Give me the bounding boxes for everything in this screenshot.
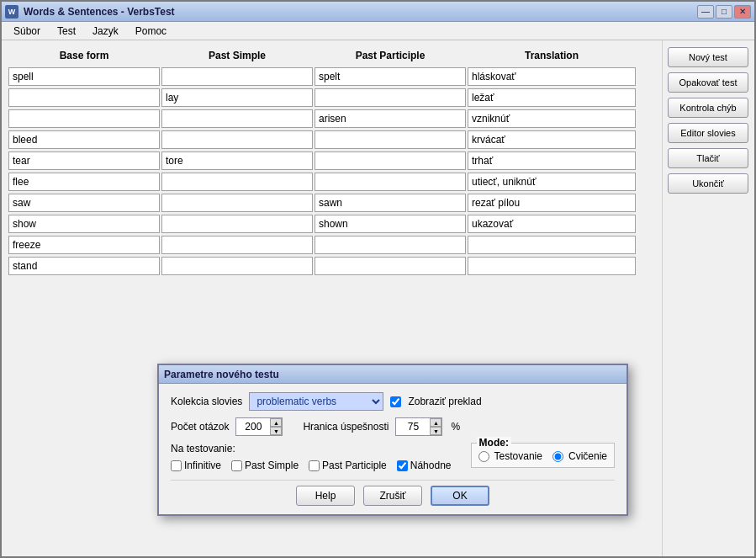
question-count-up[interactable]: ▲	[270, 418, 282, 427]
question-count-label: Počet otázok	[171, 421, 229, 433]
collection-label: Kolekcia slovies	[171, 396, 242, 407]
threshold-down[interactable]: ▼	[430, 427, 441, 435]
question-count-spinbox[interactable]: ▲ ▼	[235, 417, 283, 436]
help-button[interactable]: Help	[296, 486, 355, 506]
checkbox-past-simple: Past Simple	[231, 460, 299, 471]
mode-group: Mode: Testovanie Cvičenie	[471, 443, 615, 468]
dialog: Parametre nového testu Kolekcia slovies …	[157, 364, 628, 516]
dialog-overlay: Parametre nového testu Kolekcia slovies …	[2, 2, 754, 556]
past-participle-label: Past Participle	[322, 460, 387, 471]
threshold-input[interactable]	[396, 418, 430, 435]
dialog-buttons: Help Zrušiť OK	[171, 480, 615, 506]
nahodne-label: Náhodne	[410, 460, 452, 471]
dialog-title-bar: Parametre nového testu	[159, 365, 626, 384]
mode-cvicenie-radio[interactable]	[552, 451, 563, 462]
dialog-row-counts: Počet otázok ▲ ▼ Hranica úspešnosti ▲	[171, 417, 615, 436]
checkbox-row: Infinitive Past Simple Past Participle	[171, 460, 457, 471]
show-translation-checkbox[interactable]	[390, 396, 401, 407]
percent-label: %	[451, 421, 460, 433]
mode-testovanie: Testovanie	[478, 450, 542, 462]
ok-button[interactable]: OK	[431, 486, 489, 506]
mode-testovanie-label: Testovanie	[494, 450, 542, 462]
past-participle-checkbox[interactable]	[309, 460, 320, 471]
cancel-button[interactable]: Zrušiť	[363, 486, 422, 506]
mode-cvicenie-label: Cvičenie	[568, 450, 607, 462]
dialog-row-testing: Na testovanie: Infinitive Past Simple	[171, 443, 615, 471]
question-count-down[interactable]: ▼	[270, 427, 282, 435]
checkbox-past-participle: Past Participle	[309, 460, 387, 471]
threshold-label: Hranica úspešnosti	[303, 421, 389, 433]
past-simple-label: Past Simple	[245, 460, 299, 471]
collection-select[interactable]: problematic verbsall verbsirregular verb…	[249, 392, 383, 411]
question-count-input[interactable]	[236, 418, 270, 435]
mode-testovanie-radio[interactable]	[478, 451, 489, 462]
threshold-up[interactable]: ▲	[430, 418, 441, 427]
main-window: W Words & Sentences - VerbsTest — □ ✕ Sú…	[0, 0, 756, 558]
nahodne-checkbox[interactable]	[397, 460, 408, 471]
checkbox-nahodne: Náhodne	[397, 460, 452, 471]
threshold-spinbox[interactable]: ▲ ▼	[395, 417, 442, 436]
dialog-row-collection: Kolekcia slovies problematic verbsall ve…	[171, 392, 615, 411]
threshold-spinbox-buttons: ▲ ▼	[430, 418, 441, 435]
na-testovanie-label: Na testovanie:	[171, 443, 457, 454]
infinitive-label: Infinitive	[184, 460, 221, 471]
show-translation-label: Zobraziť preklad	[408, 396, 481, 407]
mode-label: Mode:	[477, 437, 511, 449]
question-count-spinbox-buttons: ▲ ▼	[270, 418, 282, 435]
mode-radio-row: Testovanie Cvičenie	[478, 450, 607, 462]
past-simple-checkbox[interactable]	[231, 460, 242, 471]
checkbox-infinitive: Infinitive	[171, 460, 221, 471]
dialog-body: Kolekcia slovies problematic verbsall ve…	[159, 384, 626, 514]
dialog-title: Parametre nového testu	[164, 369, 621, 380]
mode-cvicenie: Cvičenie	[552, 450, 607, 462]
infinitive-checkbox[interactable]	[171, 460, 182, 471]
